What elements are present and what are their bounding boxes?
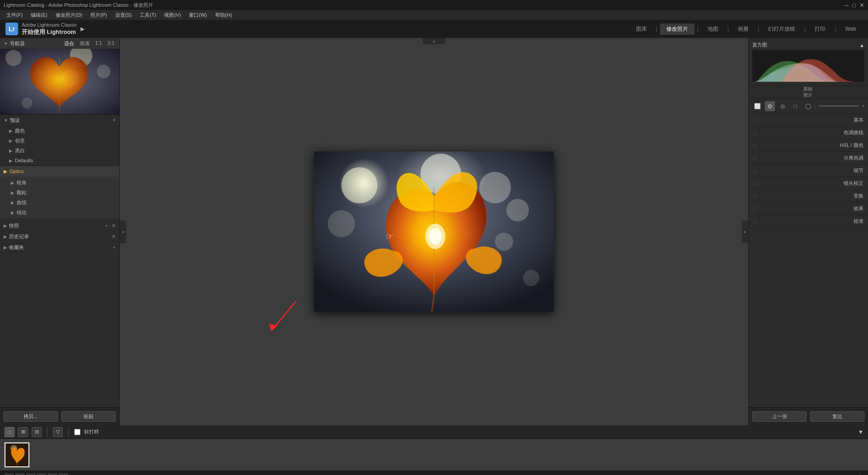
section-effects[interactable]: □ 效果	[749, 202, 868, 215]
preset-creative[interactable]: ▶ 创意	[0, 136, 119, 146]
zoom-fit[interactable]: 适合	[63, 40, 75, 47]
module-slideshow[interactable]: 幻灯片放映	[762, 24, 802, 35]
grain-arrow: ▶	[11, 190, 14, 195]
window-controls[interactable]: ─ □ ✕	[844, 2, 864, 9]
module-library[interactable]: 图库	[630, 24, 653, 35]
svg-point-14	[341, 167, 377, 203]
navigator-thumb-svg	[0, 49, 119, 114]
histogram-expand-icon[interactable]: ▲	[859, 42, 864, 48]
transform-label: 变换	[854, 193, 863, 199]
zoom-fill[interactable]: 填满	[78, 40, 91, 47]
section-lens-correction[interactable]: □ 镜头校正	[749, 177, 868, 190]
single-view-btn[interactable]: □	[5, 427, 14, 437]
next-nav-btn[interactable]: ►	[59, 474, 68, 475]
close-btn[interactable]: ✕	[859, 2, 864, 9]
grid-view-status-btn[interactable]: ⊞	[26, 474, 35, 475]
page-2-btn[interactable]: 2	[15, 474, 24, 475]
menu-settings[interactable]: 设置(S)	[112, 11, 136, 19]
presets-add-icon[interactable]: +	[113, 117, 116, 123]
menu-help[interactable]: 帮助(H)	[212, 11, 236, 19]
menu-develop[interactable]: 修改照片(D)	[52, 11, 86, 19]
snapshots-add-icon[interactable]: +	[105, 223, 108, 229]
module-book[interactable]: 画册	[731, 24, 755, 35]
collections-add-icon[interactable]: +	[113, 245, 116, 250]
filmstrip-dropdown[interactable]: ▼	[858, 429, 863, 435]
history-close-icon[interactable]: ✕	[112, 234, 116, 240]
crop-tool[interactable]: ⬜	[752, 101, 762, 111]
lens-correction-label: 镜头校正	[844, 180, 863, 187]
history-header[interactable]: ▶ 历史记录 ✕	[0, 231, 119, 242]
presets-title: 预设	[10, 117, 20, 124]
graduated-tool[interactable]: □	[790, 101, 800, 111]
optics-vignette[interactable]: ▶ 暗角	[0, 178, 119, 188]
brand-main: 开始使用 Lightroom	[22, 28, 77, 36]
snapshots-header[interactable]: ▶ 快照 + ✕	[0, 220, 119, 231]
sharpen-arrow: ▶	[11, 210, 14, 215]
menu-file[interactable]: 文件(F)	[3, 11, 26, 19]
snapshots-collapse-icon: ▶	[4, 223, 7, 228]
left-panel-toggle[interactable]: ◄	[120, 221, 126, 243]
svg-text:☞: ☞	[386, 231, 394, 241]
module-develop[interactable]: 修改照片	[660, 24, 694, 35]
module-web[interactable]: Web	[839, 24, 863, 34]
filter-btn[interactable]: ▽	[53, 427, 63, 437]
compare-view-btn[interactable]: ⊟	[32, 427, 42, 437]
tool-original-photo[interactable]: 原始照片	[803, 87, 813, 97]
optics-curves[interactable]: ▶ 曲线	[0, 198, 119, 207]
zoom-3-1[interactable]: 3:1	[106, 40, 116, 47]
navigator-title: 导航器	[10, 40, 25, 47]
module-print[interactable]: 打印	[808, 24, 832, 35]
maximize-btn[interactable]: □	[852, 2, 856, 9]
section-tone-curve[interactable]: □ 色调曲线	[749, 127, 868, 139]
preset-defaults[interactable]: ▶ Defaults	[0, 155, 119, 165]
menu-view[interactable]: 视图(V)	[160, 11, 184, 19]
bottom-sections: ▶ 快照 + ✕ ▶ 历史记录 ✕ ▶ 收藏夹	[0, 218, 119, 254]
left-panel: ▼ 导航器 适合 填满 1:1 3:1	[0, 38, 120, 425]
menu-photo[interactable]: 照片(P)	[87, 11, 111, 19]
collections-header[interactable]: ▶ 收藏夹 +	[0, 242, 119, 253]
prev-nav-btn[interactable]: ◄	[48, 474, 57, 475]
status-bar: 1 2 ⊞ ⊟ ◄ ► 上一次导入 1张照片/选定 1张 / 图片素材1.png…	[0, 470, 868, 475]
exposure-slider[interactable]	[819, 105, 859, 107]
menu-tools[interactable]: 工具(T)	[136, 11, 160, 19]
filmstrip-thumb-1[interactable]	[5, 442, 29, 467]
navigator-header[interactable]: ▼ 导航器 适合 填满 1:1 3:1	[0, 38, 119, 49]
softproof-checkbox[interactable]	[74, 429, 80, 435]
zoom-1-1[interactable]: 1:1	[94, 40, 103, 47]
radial-tool[interactable]: ◯	[803, 101, 813, 111]
section-hsl[interactable]: □ HSL / 颜色	[749, 139, 868, 152]
brand-arrow[interactable]: ▶	[80, 26, 85, 32]
snapshots-close-icon[interactable]: ✕	[112, 223, 116, 229]
section-transform[interactable]: □ 变换	[749, 190, 868, 202]
hsl-toggle: □	[753, 143, 756, 148]
section-detail[interactable]: □ 细节	[749, 165, 868, 177]
copy-btn[interactable]: 拷贝...	[4, 411, 58, 422]
reset-btn[interactable]: 复位	[810, 411, 864, 422]
optics-grain[interactable]: ▶ 颗粒	[0, 188, 119, 198]
presets-header[interactable]: ▼ 预设 +	[0, 115, 119, 126]
original-photo-label: 原始照片	[803, 86, 813, 99]
preset-bw[interactable]: ▶ 黑白	[0, 146, 119, 155]
section-split-toning[interactable]: □ 分离色调	[749, 152, 868, 165]
redeye-tool[interactable]: ◎	[778, 101, 788, 111]
top-panel-toggle[interactable]: ▲	[423, 38, 445, 44]
basic-label: 基本	[854, 117, 863, 123]
heal-tool[interactable]: ⊙	[765, 101, 775, 111]
paste-btn[interactable]: 粘贴	[61, 411, 116, 422]
grid-view-btn[interactable]: ⊞	[18, 427, 28, 437]
module-map[interactable]: 地图	[701, 24, 725, 35]
minimize-btn[interactable]: ─	[844, 2, 849, 9]
page-1-btn[interactable]: 1	[5, 474, 14, 475]
preset-color[interactable]: ▶ 颜色	[0, 126, 119, 136]
curves-label: 曲线	[17, 199, 27, 206]
section-basic[interactable]: □ 基本	[749, 114, 868, 127]
right-toggle-icon: ►	[743, 230, 747, 234]
section-calibration[interactable]: □ 校准	[749, 215, 868, 228]
right-panel-toggle[interactable]: ►	[742, 221, 748, 243]
optics-sharpen[interactable]: ▶ 锐化	[0, 207, 119, 217]
menu-window[interactable]: 窗口(W)	[185, 11, 211, 19]
menu-edit[interactable]: 编辑(E)	[27, 11, 51, 19]
list-view-status-btn[interactable]: ⊟	[37, 474, 46, 475]
prev-btn[interactable]: 上一张	[752, 411, 807, 422]
optics-header[interactable]: ▶ Optics	[0, 166, 119, 177]
